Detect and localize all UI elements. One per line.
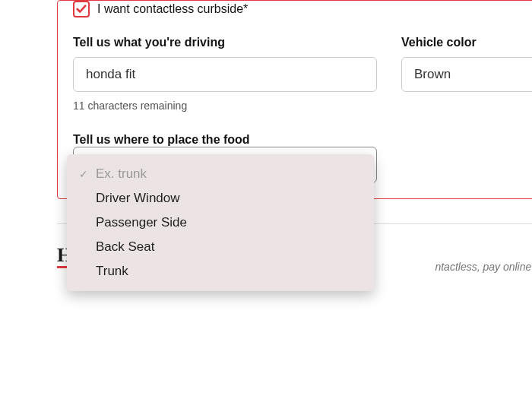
vehicle-label: Tell us what you're driving (73, 36, 377, 49)
contactless-hint: ntactless, pay online with a credi (435, 261, 532, 273)
vehicle-field-group: Tell us what you're driving 11 character… (73, 36, 377, 112)
place-label: Tell us where to place the food (73, 133, 250, 146)
place-dropdown-menu: ✓ Ex. trunk Driver Window Passenger Side… (67, 154, 374, 291)
checkmark-icon (76, 4, 87, 14)
place-option-label: Trunk (96, 264, 128, 279)
color-input[interactable] (401, 57, 532, 92)
place-dropdown-wrap: ✓ Ex. trunk Driver Window Passenger Side… (73, 147, 377, 183)
place-option-driver-window[interactable]: Driver Window (67, 186, 374, 211)
vehicle-input[interactable] (73, 57, 377, 92)
contactless-checkbox[interactable] (73, 1, 90, 17)
contactless-checkbox-row: I want contactless curbside* (73, 1, 532, 17)
place-option-passenger-side[interactable]: Passenger Side (67, 211, 374, 235)
curbside-form-card: I want contactless curbside* Tell us wha… (57, 0, 532, 199)
place-option-trunk[interactable]: Trunk (67, 259, 374, 283)
place-option-back-seat[interactable]: Back Seat (67, 235, 374, 259)
vehicle-remaining: 11 characters remaining (73, 100, 377, 112)
color-field-group: Vehicle color (401, 36, 532, 112)
place-option-label: Passenger Side (96, 215, 187, 230)
contactless-checkbox-label: I want contactless curbside* (97, 2, 248, 16)
check-icon: ✓ (78, 168, 90, 180)
place-option-label: Back Seat (96, 239, 155, 255)
place-option-placeholder: ✓ Ex. trunk (67, 162, 374, 186)
place-option-label: Driver Window (96, 191, 180, 206)
fields-row: Tell us what you're driving 11 character… (73, 36, 532, 112)
place-option-placeholder-label: Ex. trunk (96, 166, 147, 182)
place-field-group: Tell us where to place the food ✓ Ex. tr… (73, 133, 377, 183)
color-label: Vehicle color (401, 36, 532, 49)
